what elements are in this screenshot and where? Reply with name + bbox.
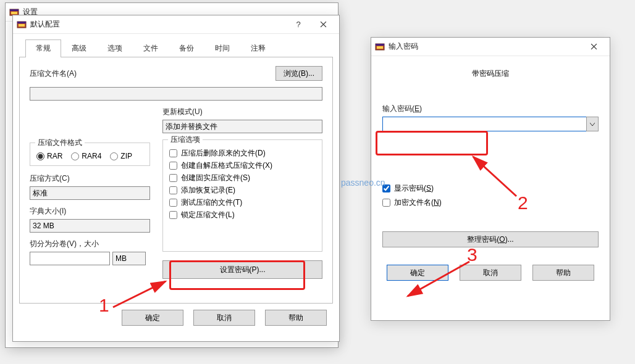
pwd-help-button[interactable]: 帮助 [532,265,594,281]
opt-lock[interactable]: 锁定压缩文件(L) [169,210,316,220]
pwd-titlebar[interactable]: 输入密码 [371,38,610,56]
tab-advanced[interactable]: 高级 [61,39,97,57]
default-ok-button[interactable]: 确定 [122,310,183,326]
tab-time[interactable]: 时间 [204,39,240,57]
default-cancel-button[interactable]: 取消 [193,310,255,326]
pwd-title: 输入密码 [389,41,581,52]
chevron-down-icon [590,123,595,126]
tab-comment[interactable]: 注释 [240,39,276,57]
tab-general[interactable]: 常规 [25,39,61,57]
archive-name-input[interactable] [30,87,322,101]
method-label: 压缩方式(C) [30,173,150,184]
tab-strip: 常规 高级 选项 文件 备份 时间 注释 [13,34,339,57]
default-help-button[interactable]: 帮助 [265,310,327,326]
tab-panel-general: 压缩文件名(A) 浏览(B)... 压缩文件格式 RAR RAR4 ZIP 压缩… [19,57,333,304]
close-winbutton[interactable] [311,16,335,33]
opt-solid[interactable]: 创建固实压缩文件(S) [169,173,316,183]
format-group: 压缩文件格式 RAR RAR4 ZIP [30,143,150,166]
format-rar[interactable]: RAR [36,152,62,160]
split-size-input[interactable] [30,252,110,265]
format-zip[interactable]: ZIP [110,152,132,160]
default-config-window: 默认配置 ? 常规 高级 选项 文件 备份 时间 注释 压缩文件名(A) 浏览(… [12,15,340,342]
split-unit-select[interactable]: MB [112,252,146,265]
password-input[interactable] [382,117,587,131]
enter-password-label: 输入密码(E) [382,104,599,114]
winrar-icon [375,42,385,52]
update-mode-select[interactable]: 添加并替换文件 [162,120,322,133]
help-winbutton[interactable]: ? [286,16,311,33]
opt-recovery[interactable]: 添加恢复记录(E) [169,185,316,196]
pwd-heading: 带密码压缩 [382,68,599,79]
svg-rect-7 [376,44,384,46]
dict-label: 字典大小(I) [30,206,150,217]
options-legend: 压缩选项 [168,134,203,145]
pwd-cancel-button[interactable]: 取消 [460,265,521,281]
browse-button[interactable]: 浏览(B)... [275,66,322,81]
default-titlebar[interactable]: 默认配置 ? [13,15,339,34]
set-password-button[interactable]: 设置密码(P)... [162,260,322,279]
tab-options[interactable]: 选项 [97,39,133,57]
default-title: 默认配置 [30,19,286,30]
password-dropdown-button[interactable] [586,117,599,131]
encrypt-names-checkbox[interactable]: 加密文件名(N) [382,197,599,208]
tab-files[interactable]: 文件 [133,39,169,57]
format-rar4[interactable]: RAR4 [71,152,101,160]
svg-rect-2 [11,12,17,14]
opt-delete-after[interactable]: 压缩后删除原来的文件(D) [169,148,316,159]
winrar-icon [17,20,27,30]
close-icon [591,43,597,50]
password-window: 输入密码 带密码压缩 输入密码(E) 显示密码(S) 加密文件名(N) 整理密码… [371,37,610,321]
method-select[interactable]: 标准 [30,186,150,200]
default-footer: 确定 取消 帮助 [13,304,339,326]
update-mode-label: 更新模式(U) [162,107,322,117]
close-icon [320,21,327,28]
pwd-ok-button[interactable]: 确定 [387,265,448,281]
svg-rect-1 [10,9,19,11]
format-legend: 压缩文件格式 [35,138,85,148]
split-label: 切分为分卷(V)，大小 [30,239,150,249]
archive-name-label: 压缩文件名(A) [30,68,77,79]
opt-test[interactable]: 测试压缩的文件(T) [169,197,316,208]
organize-passwords-button[interactable]: 整理密码(O)... [382,231,599,247]
svg-rect-8 [377,46,383,49]
show-password-checkbox[interactable]: 显示密码(S) [382,183,599,194]
tab-backup[interactable]: 备份 [169,39,204,57]
opt-sfx[interactable]: 创建自解压格式压缩文件(X) [169,160,316,171]
dict-select[interactable]: 32 MB [30,219,150,233]
options-group: 压缩选项 压缩后删除原来的文件(D) 创建自解压格式压缩文件(X) 创建固实压缩… [162,139,322,252]
svg-rect-4 [17,22,26,23]
svg-rect-5 [19,24,25,27]
pwd-close-winbutton[interactable] [581,38,606,56]
